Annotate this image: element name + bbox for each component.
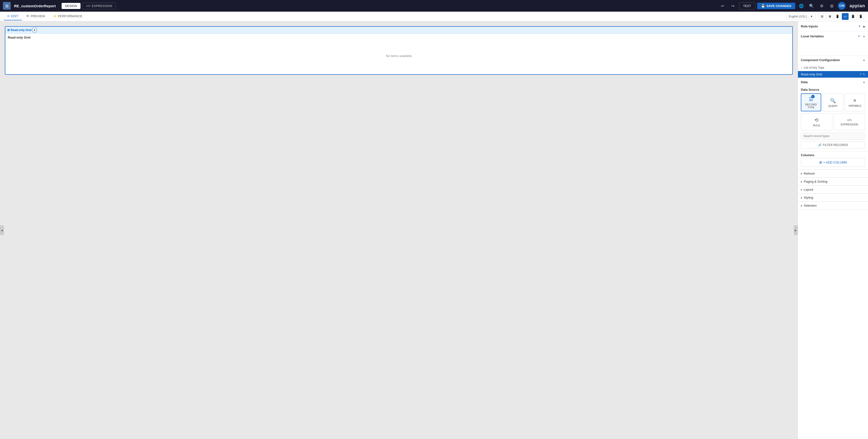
grid-component[interactable]: ⊞ Read-only Grid ▼ Read-only Grid No ite… (5, 26, 793, 75)
datasource-expression-button[interactable]: </> EXPRESSION (834, 113, 865, 130)
record-type-check-badge: ✓ (811, 95, 815, 98)
main-layout: ◀ ⊞ Read-only Grid ▼ Read-only Grid No i… (0, 21, 868, 439)
grid-dropdown-button[interactable]: ▼ (32, 28, 37, 32)
view-icons: ⊟ 🖥 📱 ▭ 📳 📱 (818, 13, 864, 20)
refresh-chevron-icon (801, 172, 803, 175)
canvas-area: ◀ ⊞ Read-only Grid ▼ Read-only Grid No i… (0, 21, 798, 439)
top-nav: ⊞ RE_customOrderReport DESIGN </> EXPRES… (0, 0, 868, 12)
variable-icon: ✕ (853, 98, 857, 103)
app-icon: ⊞ (3, 2, 11, 10)
rule-inputs-section: Rule Inputs + (798, 21, 868, 31)
expression-icon: </> (86, 4, 91, 8)
expand-right-button[interactable]: ▶ (794, 225, 798, 235)
component-config-section: Component Configuration ↑ List of Any Ty… (798, 56, 868, 78)
search-button[interactable]: 🔍 (807, 2, 816, 10)
expression-button[interactable]: </> EXPRESSION (83, 3, 116, 9)
expand-right-icon: ▶ (795, 229, 797, 232)
list-of-any-row: ↑ List of Any Type (798, 64, 868, 71)
view-icon-tablet-portrait[interactable]: ▭ (842, 13, 848, 20)
view-icon-tablet[interactable]: 📱 (834, 13, 841, 20)
readonly-grid-edit-icon[interactable]: ✎ (863, 73, 865, 76)
datasource-variable-button[interactable]: ✕ VARIABLE (845, 93, 865, 111)
selection-chevron-icon (801, 204, 803, 207)
settings-button[interactable]: ⚙ (817, 2, 826, 10)
filter-records-link-icon: 🔗 (818, 143, 822, 147)
undo-button[interactable]: ↩ (719, 2, 727, 10)
expand-left-button[interactable]: ◀ (0, 225, 4, 235)
columns-header: Columns (798, 151, 868, 158)
language-selector[interactable]: English (US) [... ▼ (786, 13, 816, 20)
preview-icon: 👁 (26, 14, 29, 18)
styling-chevron-icon (801, 196, 803, 199)
datasource-record-type-button[interactable]: ☰ ✓ RECORD TYPE (801, 93, 821, 111)
refresh-item[interactable]: Refresh (798, 170, 868, 177)
component-config-chevron-icon (863, 58, 865, 62)
data-source-label: Data Source (798, 86, 868, 93)
view-icon-phone[interactable]: 📳 (849, 13, 856, 20)
selection-section: Selection (798, 202, 868, 210)
list-type-icon: ↑ (801, 66, 803, 69)
grid-header-bar: ⊞ Read-only Grid ▼ (5, 27, 792, 34)
record-type-icon: ☰ ✓ (809, 96, 813, 102)
secondary-nav: ✏ EDIT 👁 PREVIEW ⚡ PERFORMANCE English (… (0, 12, 868, 21)
save-icon: 💾 (761, 4, 765, 8)
layout-item[interactable]: Layout (798, 185, 868, 193)
filter-records-button[interactable]: 🔗 FILTER RECORDS (801, 141, 865, 149)
paging-sorting-section: Paging & Sorting (798, 178, 868, 185)
refresh-section: Refresh (798, 170, 868, 178)
local-variables-chevron-icon (863, 34, 865, 38)
expression-ds-icon: </> (847, 118, 852, 122)
local-variables-section: Local Variables + (798, 31, 868, 56)
globe-icon-button[interactable]: 🌐 (797, 2, 805, 10)
expand-left-icon: ◀ (1, 229, 3, 232)
readonly-grid-question-icon: ? (860, 73, 861, 76)
styling-item[interactable]: Styling (798, 194, 868, 201)
avatar[interactable]: CW (838, 2, 846, 10)
paging-sorting-item[interactable]: Paging & Sorting (798, 178, 868, 185)
data-section-header[interactable]: Data (798, 78, 868, 86)
app-icon-symbol: ⊞ (5, 4, 8, 8)
columns-section: Columns ⊕ + ADD COLUMN (798, 151, 868, 170)
lang-chevron-icon: ▼ (810, 15, 813, 18)
datasource-options-top: ☰ ✓ RECORD TYPE 🔍 QUERY ✕ VARIABLE (798, 93, 868, 113)
readonly-grid-config-row: Read-only Grid ? ✎ (798, 71, 868, 78)
tab-preview[interactable]: 👁 PREVIEW (23, 12, 49, 20)
performance-icon: ⚡ (53, 14, 57, 18)
query-icon: 🔍 (830, 98, 836, 104)
grid-empty-message: No items available (5, 41, 792, 70)
local-variables-add-button[interactable]: + (857, 34, 862, 38)
appian-logo: appian (849, 3, 865, 8)
view-icon-phone-portrait[interactable]: 📱 (857, 13, 864, 20)
selection-item[interactable]: Selection (798, 202, 868, 209)
add-column-button[interactable]: ⊕ + ADD COLUMN (801, 158, 865, 167)
grid-title: Read-only Grid (5, 34, 792, 41)
edit-icon: ✏ (7, 14, 10, 18)
rule-inputs-add-button[interactable]: + (857, 24, 862, 29)
app-title: RE_customOrderReport (14, 4, 56, 8)
redo-button[interactable]: ↪ (729, 2, 737, 10)
tab-performance[interactable]: ⚡ PERFORMANCE (50, 12, 86, 20)
rule-inputs-chevron-icon (863, 25, 865, 28)
tab-edit[interactable]: ✏ EDIT (4, 12, 22, 20)
local-variables-header[interactable]: Local Variables + (798, 31, 868, 41)
paging-sorting-chevron-icon (801, 180, 803, 183)
add-column-plus-icon: ⊕ (819, 160, 822, 165)
grid-button[interactable]: ⊞ (828, 2, 836, 10)
data-section: Data Data Source ☰ ✓ RECORD TYPE 🔍 QUERY (798, 78, 868, 151)
datasource-rule-button[interactable]: ⟲ RULE (801, 113, 832, 130)
search-record-types-input[interactable] (801, 133, 865, 140)
layout-chevron-icon (801, 188, 803, 191)
design-button[interactable]: DESIGN (62, 3, 81, 9)
save-changes-button[interactable]: 💾 SAVE CHANGES (757, 3, 795, 9)
right-panel: Rule Inputs + Local Variables + Compone (798, 21, 868, 439)
view-icon-1[interactable]: ⊟ (818, 13, 825, 20)
datasource-query-button[interactable]: 🔍 QUERY (823, 93, 843, 111)
rule-inputs-header[interactable]: Rule Inputs + (798, 21, 868, 31)
view-icon-desktop[interactable]: 🖥 (826, 13, 833, 20)
component-config-header[interactable]: Component Configuration (798, 56, 868, 64)
datasource-options-bottom: ⟲ RULE </> EXPRESSION (798, 113, 868, 133)
rule-icon: ⟲ (814, 117, 818, 123)
grid-header-icon: ⊞ (7, 28, 10, 32)
styling-section: Styling (798, 194, 868, 202)
test-button[interactable]: TEST (739, 2, 755, 9)
